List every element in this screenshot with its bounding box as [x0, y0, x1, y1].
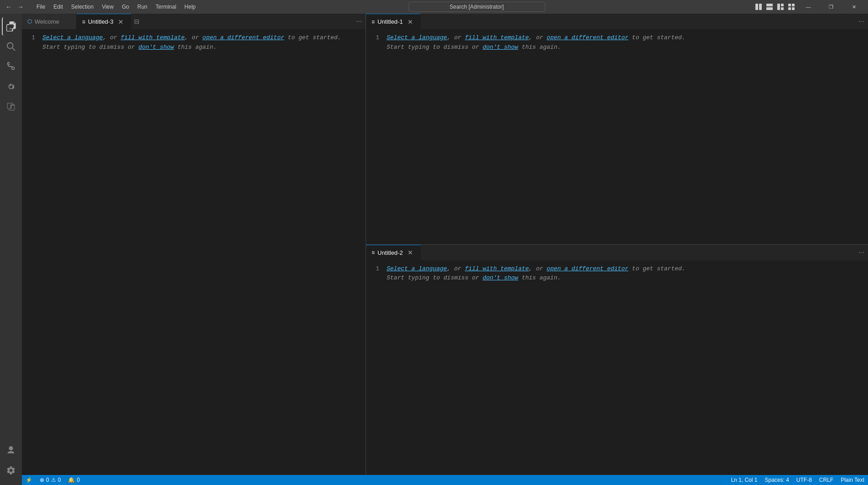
restore-button[interactable]: ❐ [821, 0, 842, 14]
error-icon: ⊗ [40, 477, 44, 483]
status-encoding[interactable]: UTF-8 [793, 475, 816, 485]
untitled1-tab-icon: ≡ [372, 19, 375, 25]
editor-group-right-bottom: ≡ Untitled-2 ✕ ··· 1 Select a language, … [366, 245, 868, 475]
status-bar: ⚡ ⊗ 0 ⚠ 0 🔔 0 Ln 1, Col 1 Spaces: [22, 475, 868, 485]
layout-btn-4[interactable] [787, 2, 796, 11]
menu-terminal[interactable]: Terminal [152, 3, 180, 11]
text-to-get-started: to get started. [284, 34, 341, 41]
svg-rect-5 [781, 4, 784, 6]
layout-btn-3[interactable] [776, 2, 785, 11]
rb-link-open-editor[interactable]: open a different editor [547, 265, 628, 272]
left-tab-split-view[interactable]: ⊟ [131, 14, 142, 29]
link-open-editor[interactable]: open a different editor [202, 34, 284, 41]
link-fill-template[interactable]: fill with template [121, 34, 185, 41]
svg-line-12 [12, 48, 15, 51]
link-dont-show[interactable]: don't show [139, 44, 174, 51]
sidebar-item-search[interactable] [2, 37, 20, 56]
tab-welcome[interactable]: ⬡ Welcome [22, 14, 77, 29]
rb-text-again: this again. [518, 274, 561, 281]
search-bar[interactable]: Search [Administrator] [408, 2, 545, 12]
tab-untitled-3[interactable]: ≡ Untitled-3 ✕ [77, 14, 131, 29]
status-line-col[interactable]: Ln 1, Col 1 [727, 475, 761, 485]
warning-icon: ⚠ [51, 477, 56, 483]
activity-bar [0, 14, 22, 485]
rt-text-start-typing: Start typing to dismiss or [387, 44, 483, 51]
svg-rect-9 [788, 7, 791, 10]
untitled1-tab-close[interactable]: ✕ [408, 18, 413, 26]
sidebar-item-source-control[interactable] [2, 57, 20, 76]
rt-text-or1: , or [447, 34, 465, 41]
right-top-tab-more[interactable]: ··· [855, 14, 868, 29]
right-bottom-line-content-1: Select a language, or fill with template… [387, 264, 685, 274]
editor-line-1: 1 Select a language, or fill with templa… [22, 33, 366, 43]
menu-selection[interactable]: Selection [67, 3, 97, 11]
main-area: ⬡ Welcome ≡ Untitled-3 ✕ ⊟ ··· 1 [0, 14, 868, 485]
right-top-line-content-2: Start typing to dismiss or don't show th… [387, 43, 561, 52]
sidebar-item-run-debug[interactable] [2, 77, 20, 96]
bell-icon: 🔔 [68, 477, 75, 483]
minimize-button[interactable]: — [798, 0, 819, 14]
layout-btn-1[interactable] [754, 2, 763, 11]
left-tab-more[interactable]: ··· [352, 14, 366, 29]
svg-rect-8 [792, 4, 795, 6]
status-errors[interactable]: ⊗ 0 ⚠ 0 [36, 475, 64, 485]
menu-help[interactable]: Help [181, 3, 200, 11]
status-notifications[interactable]: 🔔 0 [64, 475, 83, 485]
menu-go[interactable]: Go [118, 3, 133, 11]
titlebar-right: — ❐ ✕ [754, 0, 864, 14]
untitled2-tab-close[interactable]: ✕ [408, 249, 413, 256]
nav-forward-button[interactable]: → [16, 2, 26, 11]
untitled3-tab-close[interactable]: ✕ [118, 18, 124, 26]
menu-run[interactable]: Run [134, 3, 151, 11]
editor-line-2: Start typing to dismiss or don't show th… [22, 43, 366, 52]
rt-link-select-language[interactable]: Select a language [387, 34, 447, 41]
rt-link-open-editor[interactable]: open a different editor [547, 34, 628, 41]
rt-text-or2: , or [529, 34, 547, 41]
sidebar-item-extensions[interactable] [2, 98, 20, 116]
encoding-text: UTF-8 [796, 477, 812, 483]
right-bottom-tab-more[interactable]: ··· [855, 245, 868, 260]
svg-rect-2 [766, 4, 773, 6]
rb-link-fill-template[interactable]: fill with template [465, 265, 529, 272]
status-line-ending[interactable]: CRLF [816, 475, 837, 485]
right-bottom-editor-content[interactable]: 1 Select a language, or fill with templa… [366, 261, 868, 475]
tab-untitled-2[interactable]: ≡ Untitled-2 ✕ [366, 245, 421, 260]
menu-edit[interactable]: Edit [50, 3, 67, 11]
sidebar-item-settings[interactable] [2, 461, 20, 480]
svg-rect-6 [781, 7, 784, 10]
right-top-line-content-1: Select a language, or fill with template… [387, 33, 685, 43]
text-or1: , or [103, 34, 121, 41]
right-top-editor-content[interactable]: 1 Select a language, or fill with templa… [366, 30, 868, 244]
right-bottom-line-content-2: Start typing to dismiss or don't show th… [387, 273, 561, 283]
close-button[interactable]: ✕ [843, 0, 864, 14]
text-start-typing: Start typing to dismiss or [42, 44, 139, 51]
rt-link-fill-template[interactable]: fill with template [465, 34, 529, 41]
status-language[interactable]: Plain Text [837, 475, 868, 485]
link-select-language[interactable]: Select a language [42, 34, 103, 41]
welcome-tab-icon: ⬡ [27, 18, 32, 25]
sidebar-item-account[interactable] [2, 441, 20, 459]
line-col-text: Ln 1, Col 1 [731, 477, 757, 483]
rb-link-select-language[interactable]: Select a language [387, 265, 447, 272]
svg-rect-10 [792, 7, 795, 10]
line-content-2: Start typing to dismiss or don't show th… [42, 43, 217, 52]
layout-btn-2[interactable] [765, 2, 774, 11]
status-remote[interactable]: ⚡ [22, 475, 36, 485]
rt-link-dont-show[interactable]: don't show [483, 44, 518, 51]
rt-text-to-get-started: to get started. [629, 34, 686, 41]
svg-rect-1 [759, 4, 762, 10]
nav-back-button[interactable]: ← [4, 2, 14, 11]
menu-view[interactable]: View [98, 3, 117, 11]
sidebar-item-explorer[interactable] [2, 17, 20, 36]
untitled2-tab-label: Untitled-2 [377, 249, 403, 256]
menu-file[interactable]: File [33, 3, 49, 11]
status-spaces[interactable]: Spaces: 4 [761, 475, 792, 485]
right-top-editor-line-2: Start typing to dismiss or don't show th… [366, 43, 868, 52]
tab-untitled-1[interactable]: ≡ Untitled-1 ✕ [366, 14, 421, 29]
status-bar-right: Ln 1, Col 1 Spaces: 4 UTF-8 CRLF Plain T… [727, 475, 868, 485]
left-editor-content[interactable]: 1 Select a language, or fill with templa… [22, 30, 366, 475]
rb-link-dont-show[interactable]: don't show [483, 274, 518, 281]
warning-count: 0 [58, 477, 61, 483]
rb-text-or1: , or [447, 265, 465, 272]
status-bar-left: ⚡ ⊗ 0 ⚠ 0 🔔 0 [22, 475, 83, 485]
